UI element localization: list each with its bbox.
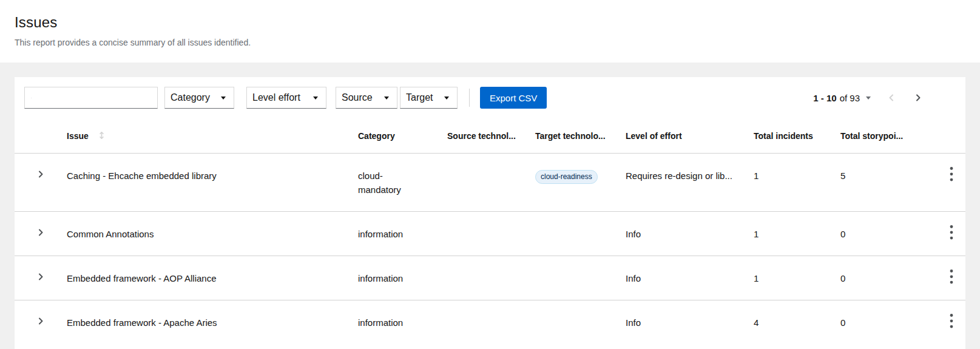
target-technologies-cell bbox=[535, 300, 626, 345]
total-storypoints-cell: 0 bbox=[840, 256, 937, 300]
filter-level-effort-dropdown[interactable]: Level effort bbox=[246, 87, 326, 109]
table-row: Embedded framework - AOP Alliance inform… bbox=[15, 256, 965, 300]
page-header: Issues This report provides a concise su… bbox=[0, 0, 980, 63]
next-page-button[interactable] bbox=[905, 87, 931, 109]
angle-right-icon bbox=[914, 93, 922, 103]
table-row: Caching - Ehcache embedded library cloud… bbox=[15, 154, 965, 212]
filter-source-label: Source bbox=[342, 92, 373, 103]
row-actions-kebab-button[interactable] bbox=[937, 220, 965, 245]
category-cell: cloud-mandatory bbox=[358, 154, 447, 212]
source-technologies-cell bbox=[447, 154, 535, 212]
expand-row-button[interactable] bbox=[15, 269, 67, 284]
table-row: Common Annotations information Info 1 0 bbox=[15, 212, 965, 256]
angle-right-icon bbox=[36, 272, 45, 282]
target-technologies-cell bbox=[535, 212, 626, 256]
filter-category-label: Category bbox=[171, 92, 210, 103]
column-header-target-technologies: Target technolo... bbox=[535, 118, 626, 154]
expand-row-button[interactable] bbox=[15, 167, 67, 181]
angle-right-icon bbox=[36, 169, 45, 179]
table-header-row: Issue Category Source technol... Target … bbox=[15, 118, 965, 154]
caret-down-icon bbox=[384, 97, 389, 100]
category-cell: information bbox=[358, 300, 447, 345]
column-header-level-of-effort: Level of effort bbox=[626, 118, 754, 154]
caret-down-icon bbox=[221, 97, 226, 100]
actions-column-header bbox=[937, 118, 965, 154]
level-of-effort-cell: Requires re-design or lib... bbox=[626, 154, 754, 212]
filter-level-effort-label: Level effort bbox=[252, 92, 300, 103]
source-technologies-cell bbox=[447, 256, 535, 300]
level-of-effort-cell: Info bbox=[626, 300, 754, 345]
total-incidents-cell: 4 bbox=[754, 300, 840, 345]
kebab-icon bbox=[950, 269, 953, 285]
column-header-source-technologies: Source technol... bbox=[447, 118, 535, 154]
expand-row-button[interactable] bbox=[15, 314, 67, 328]
page-title: Issues bbox=[15, 14, 980, 31]
angle-left-icon bbox=[887, 93, 896, 103]
filter-target-label: Target bbox=[406, 92, 433, 103]
content-area: Category Level effort Source Target Expo… bbox=[0, 77, 980, 349]
issues-card: Category Level effort Source Target Expo… bbox=[15, 77, 965, 349]
issue-cell: Caching - Ehcache embedded library bbox=[67, 154, 358, 212]
expand-column-header bbox=[15, 118, 67, 154]
source-technologies-cell bbox=[447, 300, 535, 345]
issues-table: Issue Category Source technol... Target … bbox=[15, 118, 965, 344]
issue-cell: Common Annotations bbox=[67, 212, 358, 256]
filter-source-dropdown[interactable]: Source bbox=[336, 87, 397, 109]
expand-row-button[interactable] bbox=[15, 225, 67, 240]
column-header-total-storypoints: Total storypoi... bbox=[840, 118, 937, 154]
angle-right-icon bbox=[36, 316, 45, 326]
category-cell: information bbox=[358, 212, 447, 256]
total-storypoints-cell: 0 bbox=[840, 300, 937, 345]
target-technologies-cell bbox=[535, 256, 626, 300]
page-subtitle: This report provides a concise summary o… bbox=[15, 38, 980, 47]
previous-page-button[interactable] bbox=[878, 87, 905, 109]
total-incidents-cell: 1 bbox=[754, 256, 840, 300]
search-input[interactable] bbox=[32, 87, 157, 108]
toolbar-divider bbox=[469, 89, 470, 107]
kebab-icon bbox=[950, 225, 953, 240]
column-header-category: Category bbox=[358, 118, 447, 154]
total-incidents-cell: 1 bbox=[754, 212, 840, 256]
pagination-range: 1 - 10 bbox=[813, 93, 836, 103]
search-box bbox=[24, 87, 158, 109]
row-actions-kebab-button[interactable] bbox=[937, 162, 965, 186]
level-of-effort-cell: Info bbox=[626, 212, 754, 256]
issue-cell: Embedded framework - Apache Aries bbox=[67, 300, 358, 345]
table-row: Embedded framework - Apache Aries inform… bbox=[15, 300, 965, 345]
pagination: 1 - 10 of 93 bbox=[813, 87, 931, 109]
pagination-total: of 93 bbox=[840, 93, 860, 103]
total-incidents-cell: 1 bbox=[754, 154, 840, 212]
kebab-icon bbox=[950, 313, 953, 329]
sort-icon[interactable] bbox=[98, 130, 106, 140]
target-technology-badge: cloud-readiness bbox=[535, 170, 598, 184]
caret-down-icon bbox=[313, 97, 318, 100]
category-cell: information bbox=[358, 256, 447, 300]
export-csv-button[interactable]: Export CSV bbox=[480, 87, 547, 109]
angle-right-icon bbox=[36, 228, 45, 237]
row-actions-kebab-button[interactable] bbox=[937, 265, 965, 289]
toolbar: Category Level effort Source Target Expo… bbox=[15, 77, 965, 118]
kebab-icon bbox=[950, 166, 953, 182]
issues-table-body: Caching - Ehcache embedded library cloud… bbox=[15, 154, 965, 345]
issue-cell: Embedded framework - AOP Alliance bbox=[67, 256, 358, 300]
filter-target-dropdown[interactable]: Target bbox=[400, 87, 458, 109]
target-technologies-cell: cloud-readiness bbox=[535, 154, 626, 212]
column-header-total-incidents: Total incidents bbox=[754, 118, 840, 154]
caret-down-icon bbox=[444, 97, 449, 100]
row-actions-kebab-button[interactable] bbox=[937, 309, 965, 333]
pagination-menu-caret-icon[interactable] bbox=[866, 97, 871, 100]
total-storypoints-cell: 0 bbox=[840, 212, 937, 256]
column-header-issue[interactable]: Issue bbox=[67, 118, 358, 154]
source-technologies-cell bbox=[447, 212, 535, 256]
filter-category-dropdown[interactable]: Category bbox=[164, 87, 234, 109]
level-of-effort-cell: Info bbox=[626, 256, 754, 300]
total-storypoints-cell: 5 bbox=[840, 154, 937, 212]
